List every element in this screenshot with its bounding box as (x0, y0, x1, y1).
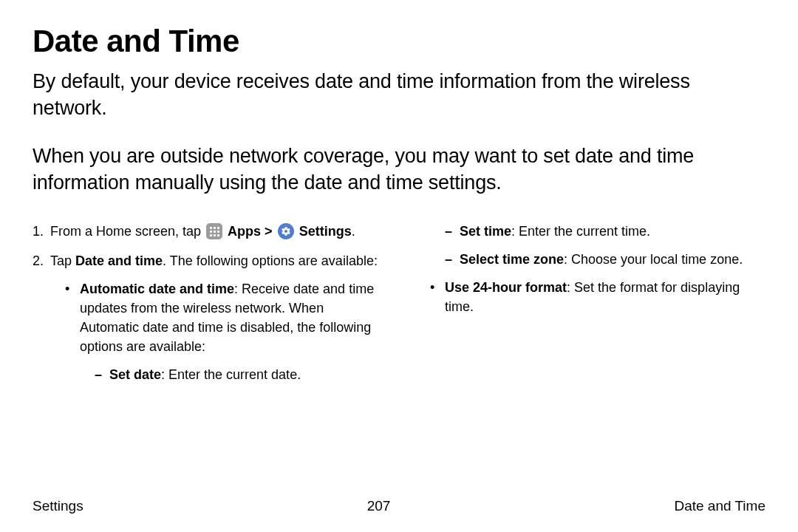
sub-option-desc: : Enter the current date. (161, 367, 301, 382)
apps-label: Apps (228, 224, 261, 239)
sub-option-label: Set time (460, 224, 511, 239)
page-title: Date and Time (33, 24, 765, 59)
footer-right: Date and Time (674, 498, 765, 514)
left-column: 1. From a Home screen, tap Apps > (33, 222, 383, 406)
sub-option-label: Set date (109, 367, 161, 382)
apps-icon (206, 223, 222, 239)
sub-option-list-continued: Set time: Enter the current time. Select… (445, 222, 765, 269)
sub-option-list: Set date: Enter the current date. (95, 365, 383, 384)
step-1-pre: From a Home screen, tap (50, 224, 205, 239)
sub-option-desc: : Choose your local time zone. (564, 252, 743, 267)
manual-page: Date and Time By default, your device re… (0, 0, 798, 532)
step-1: 1. From a Home screen, tap Apps > (33, 222, 383, 241)
sub-option-timezone: Select time zone: Choose your local time… (445, 250, 765, 269)
intro-paragraph-2: When you are outside network coverage, y… (33, 143, 765, 197)
footer-page-number: 207 (367, 498, 391, 514)
step-2-pre: Tap (50, 253, 75, 268)
content-columns: 1. From a Home screen, tap Apps > (33, 222, 765, 406)
option-24hour: Use 24-hour format: Set the format for d… (430, 278, 765, 316)
intro-paragraph-1: By default, your device receives date an… (33, 68, 765, 122)
footer-left: Settings (33, 498, 83, 514)
option-list: Automatic date and time: Receive date an… (65, 279, 383, 384)
step-body: Tap Date and time. The following options… (50, 251, 383, 395)
option-label: Automatic date and time (80, 282, 234, 296)
right-column: Set time: Enter the current time. Select… (415, 222, 765, 406)
step-2-post: . The following options are available: (163, 253, 378, 268)
separator: > (265, 224, 276, 239)
step-2-bold: Date and time (75, 253, 163, 268)
step-body: From a Home screen, tap Apps > Settings (50, 222, 383, 241)
step-number: 2. (33, 251, 50, 395)
settings-icon (278, 223, 294, 239)
page-footer: Settings 207 Date and Time (33, 476, 765, 514)
step-2: 2. Tap Date and time. The following opti… (33, 251, 383, 395)
sub-option-set-time: Set time: Enter the current time. (445, 222, 765, 241)
step-number: 1. (33, 222, 50, 241)
step-1-post: . (352, 224, 355, 239)
option-list-continued: Use 24-hour format: Set the format for d… (430, 278, 765, 316)
settings-label: Settings (299, 224, 352, 239)
sub-option-set-date: Set date: Enter the current date. (95, 365, 383, 384)
sub-option-label: Select time zone (460, 252, 564, 267)
option-label: Use 24-hour format (445, 280, 567, 295)
sub-option-desc: : Enter the current time. (511, 224, 650, 239)
option-automatic: Automatic date and time: Receive date an… (65, 279, 383, 384)
